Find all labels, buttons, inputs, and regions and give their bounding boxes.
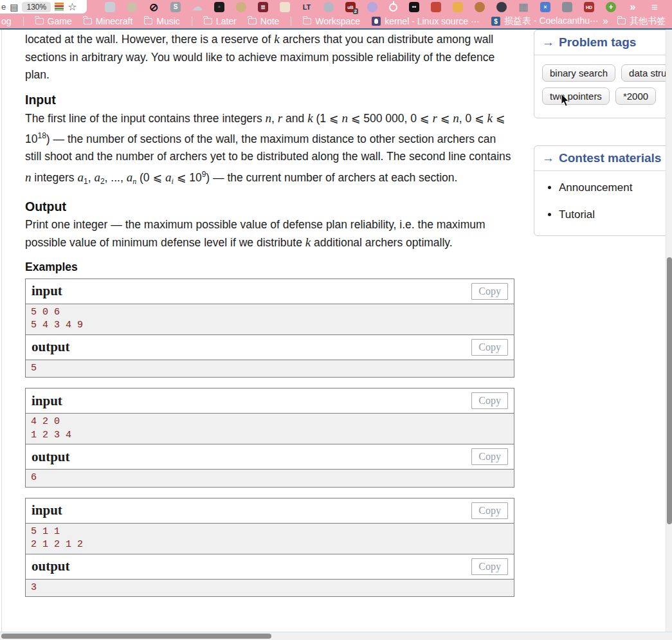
problem-tags-caption[interactable]: →Problem tags xyxy=(534,30,672,55)
math-token: a xyxy=(94,170,100,184)
bookmarks-separator xyxy=(291,17,291,26)
dollar-favicon: $ xyxy=(491,17,500,26)
contest-material-link[interactable]: Tutorial xyxy=(559,208,672,221)
bookmark-item[interactable]: Workspace xyxy=(303,16,360,26)
sample-input-data: 5 1 1 2 1 2 1 2 xyxy=(26,524,514,554)
text-run: The first line of the input contains thr… xyxy=(25,112,266,125)
hd-icon[interactable]: HD xyxy=(584,2,594,12)
input-specification-paragraph: The first line of the input contains thr… xyxy=(25,109,514,191)
puzzle-icon[interactable]: × xyxy=(540,2,550,12)
cloud-icon[interactable]: ☁ xyxy=(192,2,203,12)
zoom-level-badge[interactable]: 130% xyxy=(22,2,51,12)
folder-icon xyxy=(303,18,311,24)
sample-test: inputCopy5 1 1 2 1 2 1 2outputCopy3 xyxy=(25,498,514,598)
floppy-save-icon[interactable]: ▫ xyxy=(214,2,224,12)
kernel-favicon xyxy=(372,17,381,26)
camera-icon[interactable] xyxy=(562,2,572,12)
math-token: r xyxy=(432,111,437,125)
cookie-icon[interactable] xyxy=(475,2,485,12)
vertical-scrollbar[interactable] xyxy=(666,30,672,632)
power-icon[interactable] xyxy=(389,3,397,12)
copy-input-button[interactable]: Copy xyxy=(471,283,508,300)
copy-output-button[interactable]: Copy xyxy=(471,448,508,465)
copy-output-button[interactable]: Copy xyxy=(471,558,508,575)
vertical-scrollbar-thumb[interactable] xyxy=(667,257,672,524)
reader-mode-icon[interactable]: ▤ xyxy=(10,3,18,12)
url-text: e xyxy=(1,2,6,12)
sample-output-data: 3 xyxy=(26,580,514,597)
bookmark-item[interactable]: $损益表 - Coelacanthu⋯ xyxy=(491,15,599,27)
contest-materials-box: →Contest materials AnnouncementTutorial xyxy=(534,145,672,236)
text-run: and xyxy=(282,112,307,125)
problem-tags-box: →Problem tags binary searchdata structur… xyxy=(534,30,672,118)
hands-icon[interactable] xyxy=(453,2,463,12)
sample-output-caption: output xyxy=(32,339,70,355)
arrow-icon: → xyxy=(542,151,554,165)
bookmark-label: Later xyxy=(216,16,237,26)
url-bar[interactable]: e ▤ 130% ☆ xyxy=(0,0,87,14)
problem-tags-title: Problem tags xyxy=(559,35,636,49)
sample-output-header: outputCopy xyxy=(26,444,514,470)
problem-tag[interactable]: binary search xyxy=(542,64,615,82)
block-icon[interactable]: ⊘ xyxy=(149,2,159,12)
bookmark-label: kernel - Linux source ⋯ xyxy=(385,16,480,26)
bookmark-item[interactable]: Minecraft xyxy=(84,16,133,26)
page-left-border xyxy=(1,30,2,632)
problem-tag[interactable]: *2000 xyxy=(615,87,656,105)
bookmark-item[interactable]: kernel - Linux source ⋯ xyxy=(372,16,480,26)
contest-materials-caption[interactable]: →Contest materials xyxy=(534,146,672,171)
owl-icon[interactable] xyxy=(236,2,246,12)
colored-bars-icon[interactable] xyxy=(55,3,64,11)
bookmark-star-icon[interactable]: ☆ xyxy=(68,2,77,12)
copy-input-button[interactable]: Copy xyxy=(471,392,508,409)
math-token: n xyxy=(266,111,272,125)
grey-dot-icon[interactable] xyxy=(323,2,334,12)
bookmark-item[interactable]: Music xyxy=(144,16,180,26)
math-token: n xyxy=(453,111,459,125)
bookmarks-bar: ogGameMinecraftMusicLaterNoteWorkspaceke… xyxy=(0,14,672,28)
add-icon[interactable]: + xyxy=(606,2,616,12)
math-token: a xyxy=(77,170,84,184)
text-run: (1 ⩽ xyxy=(313,112,342,125)
problem-tag[interactable]: two pointers xyxy=(542,87,610,105)
copy-input-button[interactable]: Copy xyxy=(471,502,508,519)
globe-icon[interactable] xyxy=(496,2,507,12)
text-run: ) — the current number of archers at eac… xyxy=(206,171,457,184)
qr-code-icon[interactable]: ▦ xyxy=(518,2,529,12)
purple-pet-icon[interactable] xyxy=(367,2,377,12)
languagetool-icon[interactable]: LT xyxy=(302,2,312,12)
sample-input-header: inputCopy xyxy=(26,279,514,304)
media-player-icon[interactable]: •• xyxy=(409,2,419,12)
ublock-shield-icon[interactable]: uB2 xyxy=(345,2,356,12)
bookmark-label: Note xyxy=(260,16,280,26)
red-pixel-icon[interactable] xyxy=(431,2,441,12)
examples-section-title: Examples xyxy=(25,261,514,274)
bookmark-item[interactable]: Later xyxy=(204,16,237,26)
problem-tags-list: binary searchdata structurestwo pointers… xyxy=(534,55,672,118)
copy-output-button[interactable]: Copy xyxy=(471,339,508,356)
horizontal-scrollbar-thumb[interactable] xyxy=(1,634,271,639)
contest-material-link[interactable]: Announcement xyxy=(559,181,672,194)
bookmark-label: Minecraft xyxy=(96,16,133,26)
other-bookmarks-folder[interactable]: 其他书签 xyxy=(617,15,666,27)
s-extension-icon[interactable]: S xyxy=(170,2,181,12)
bookmarks-overflow-icon[interactable]: » xyxy=(603,16,608,26)
horizontal-scrollbar[interactable] xyxy=(0,632,672,640)
server-stack-icon[interactable]: ≣ xyxy=(258,2,268,12)
math-token: 2 xyxy=(100,177,105,186)
bookmark-item[interactable]: og xyxy=(1,16,12,26)
math-token: 1 xyxy=(84,177,88,186)
icon-badge: 2 xyxy=(353,8,358,14)
fox-sketch-icon[interactable] xyxy=(280,2,290,12)
bookmark-label: Game xyxy=(48,16,72,26)
text-run: ⩽ 500 000, 0 ⩽ xyxy=(348,112,433,125)
problem-intro-paragraph: located at the wall. However, there is a… xyxy=(25,30,514,84)
avatar-icon[interactable] xyxy=(127,2,137,12)
bookmark-item[interactable]: Note xyxy=(248,16,280,26)
sample-output-data: 5 xyxy=(26,360,514,378)
wrench-icon[interactable] xyxy=(105,2,115,12)
toolbar-overflow-icon[interactable]: » xyxy=(628,2,638,12)
bookmark-item[interactable]: Game xyxy=(35,16,72,26)
menu-icon[interactable]: ≡ xyxy=(649,2,660,12)
problem-tag[interactable]: data structures xyxy=(621,64,672,82)
